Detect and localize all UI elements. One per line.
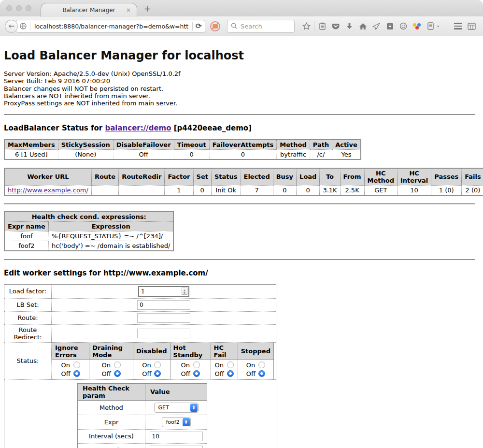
tab-bar: Balancer Manager × + [0,0,483,16]
expr-row: foof %{REQUEST_STATUS} =~ /^[234]/ [4,231,173,241]
colored-dots-icon[interactable] [410,20,424,32]
tiles-grid-icon[interactable] [465,20,478,32]
hc-row-expr: Expr foof2 ▲▼ [78,415,207,429]
close-window-button[interactable] [6,5,12,11]
hc-fail-on-radio[interactable] [227,361,234,368]
cell-path: /c/ [310,149,332,159]
proxypass-notice-line: ProxyPass settings are NOT inherited fro… [4,100,475,107]
number-stepper-icon[interactable]: ▲▼ [182,288,187,295]
status-header-row: Ignore Errors Draining Mode Disabled Hot… [52,343,274,360]
load-factor-input[interactable]: ▲▼ [138,286,189,297]
col-worker-url: Worker URL [4,168,91,186]
download-icon[interactable] [342,20,356,32]
health-check-param-table: Health Check param Value Method GET ▲▼ [77,383,207,448]
expr-row: foof2 hc('body') =~ /domain is establish… [4,241,173,251]
interval-label: Interval (secs) [78,429,145,443]
radio-on-label: On [246,361,256,369]
bookmark-star-icon[interactable] [299,20,313,32]
col-path: Path [310,140,332,150]
cell-route [91,185,118,195]
cell-expr-name: foof [4,231,48,241]
sidebar-panel-icon[interactable] [424,20,437,32]
lb-set-input[interactable] [137,300,190,310]
route-redirect-label: Route Redirect: [4,324,52,342]
load-factor-value[interactable] [139,288,182,295]
search-bar[interactable] [227,20,295,33]
col-ignore-errors: Ignore Errors [52,343,89,360]
hc-row-method: Method GET ▲▼ [78,400,207,415]
worker-row: http://www.example.com/ 1 0 Init Ok 7 0 … [4,185,483,195]
col-elected: Elected [241,168,273,186]
cell-maxmembers: 6 [1 Used] [4,149,58,159]
table-header-row: Worker URL Route RouteRedir Factor Set S… [4,168,483,186]
col-load: Load [297,168,320,186]
smiley-feedback-icon[interactable] [397,20,410,32]
new-tab-button[interactable]: + [144,4,151,14]
cell-factor: 1 [165,185,193,195]
route-redirect-input[interactable] [137,329,190,338]
balancer-demo-link[interactable]: balancer://demo [105,124,171,132]
content-blocked-icon[interactable] [210,21,220,31]
url-input[interactable] [33,22,189,30]
col-disablefailover: DisableFailover [113,140,174,150]
search-input[interactable] [240,22,283,30]
method-label: Method [78,400,145,415]
server-built-line: Server Built: Feb 9 2016 07:00:20 [4,77,475,85]
stopped-off-radio[interactable] [258,370,265,377]
window-controls [6,5,31,11]
cell-expression: %{REQUEST_STATUS} =~ /^[234]/ [48,231,173,241]
tab-balancer-manager[interactable]: Balancer Manager × [41,3,137,17]
save-to-device-icon[interactable] [383,20,397,32]
hot-standby-off-radio[interactable] [193,370,200,377]
interval-input[interactable] [150,432,203,441]
passes-input[interactable] [150,446,203,448]
cell-stickysession: (None) [58,149,113,159]
chevron-down-icon[interactable]: ▾ [437,24,443,29]
method-select[interactable]: GET ▲▼ [154,403,199,413]
table-row: 6 [1 Used] (None) Off 0 0 bytraffic /c/ … [4,149,361,159]
tab-close-icon[interactable]: × [126,7,131,14]
pocket-icon[interactable] [329,20,342,32]
back-button[interactable]: ← [5,20,18,33]
draining-mode-off-radio[interactable] [114,370,121,377]
minimize-window-button[interactable] [16,5,22,11]
worker-url-link[interactable]: http://www.example.com/ [8,187,88,194]
stopped-on-radio[interactable] [258,361,265,368]
expr-selected-value: foof2 [166,419,180,425]
clipboard-icon[interactable] [315,20,329,32]
zoom-window-button[interactable] [26,5,31,11]
radio-on-label: On [101,361,111,369]
send-plane-icon[interactable] [369,20,383,32]
url-bar[interactable]: ⟳ [16,20,205,33]
cell-expr-name: foof2 [4,241,48,251]
ignore-errors-off-radio[interactable] [73,370,80,377]
page-title: Load Balancer Manager for localhost [4,49,475,62]
expr-select[interactable]: foof2 ▲▼ [162,417,191,427]
route-input[interactable] [137,313,190,323]
col-disabled: Disabled [133,343,170,360]
col-stopped: Stopped [238,343,273,360]
select-stepper-icon: ▲▼ [183,418,190,426]
hc-header-row: Health Check param Value [78,383,207,400]
persist-notice-line: Balancer changes will NOT be persisted o… [4,85,475,92]
disabled-on-radio[interactable] [154,361,161,368]
hot-standby-on-radio[interactable] [193,361,200,368]
ignore-errors-on-radio[interactable] [73,361,80,368]
cell-hc-method: GET [364,185,397,195]
disabled-off-radio[interactable] [154,370,161,377]
draining-mode-on-radio[interactable] [114,361,121,368]
col-route: Route [91,168,118,186]
menu-hamburger-icon[interactable] [451,20,465,32]
cell-set: 0 [193,185,211,195]
cell-disablefailover: Off [113,149,174,159]
home-icon[interactable] [356,20,369,32]
radio-off-label: Off [246,370,256,377]
reload-icon[interactable]: ⟳ [196,22,202,30]
radio-off-label: Off [61,370,71,377]
lb-set-label: LB Set: [4,298,52,311]
select-stepper-icon: ▲▼ [190,404,198,412]
col-from: From [340,168,364,186]
hc-fail-off-radio[interactable] [227,370,234,377]
radio-on-label: On [215,361,224,369]
browser-window: Balancer Manager × + ← ⟳ [0,0,483,448]
